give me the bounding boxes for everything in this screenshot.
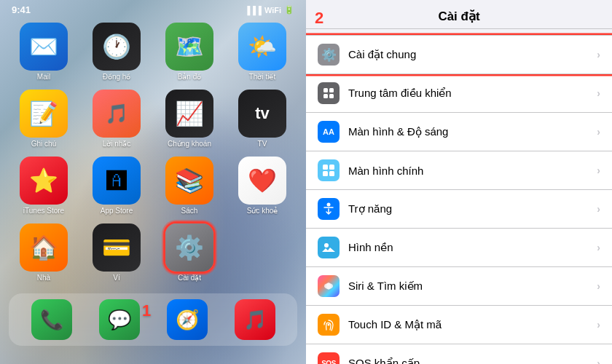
app-mail[interactable]: ✉️ Mail [12,23,76,81]
home-icon: 🏠 [20,223,68,272]
accessibility-icon [318,198,340,220]
general-chevron: › [597,49,600,60]
app-reminders[interactable]: 🎵 Lời nhắc [85,90,149,148]
itunes-icon: ⭐ [20,157,68,205]
display-label: Màn hình & Độ sáng [348,125,597,138]
svg-rect-1 [329,88,334,92]
weather-label: Thời tiết [249,73,275,81]
display-icon: AA [318,121,340,143]
sos-label: SOS khẩn cấp [348,357,597,364]
home-screen-icon [318,159,340,181]
sos-chevron: › [597,357,600,364]
status-icons: ▐▐▐ WiFi 🔋 [244,5,294,15]
battery-icon: 🔋 [284,5,294,15]
maps-label: Bản đồ [178,73,202,81]
app-weather[interactable]: 🌤️ Thời tiết [230,23,294,81]
wallpaper-label: Hình nền [348,241,597,254]
app-appstore[interactable]: 🅰 App Store [85,157,149,215]
music-icon: 🎵 [235,299,275,340]
clock-icon: 🕐 [93,23,141,71]
health-icon: ❤️ [238,157,286,205]
accessibility-chevron: › [597,203,600,215]
settings-panel: Cài đặt 2 ⚙️ Cài đặt chung › Trung tâm đ… [306,0,612,364]
weather-icon: 🌤️ [238,23,286,71]
touch-id-label: Touch ID & Mật mã [348,318,597,331]
status-time: 9:41 [12,4,31,15]
svg-point-12 [328,324,330,326]
dock-phone[interactable]: 📞 [31,299,72,340]
settings-general[interactable]: ⚙️ Cài đặt chung › [306,35,612,74]
tv-label: TV [258,140,267,148]
app-maps[interactable]: 🗺️ Bản đồ [157,23,221,81]
itunes-label: iTunes Store [23,207,64,215]
iphone-home-screen: 9:41 ▐▐▐ WiFi 🔋 ✉️ Mail 🕐 Đồng hồ 🗺️ Bản… [0,0,306,364]
dock: 📞 💬 🧭 🎵 [9,293,297,346]
svg-rect-4 [323,165,328,170]
app-grid: ✉️ Mail 🕐 Đồng hồ 🗺️ Bản đồ 🌤️ Thời tiết… [0,17,306,288]
maps-icon: 🗺️ [165,23,213,71]
svg-rect-2 [323,94,328,98]
app-books[interactable]: 📚 Sách [157,157,221,215]
settings-siri[interactable]: Siri & Tìm kiếm › [306,267,612,306]
wallet-icon: 💳 [93,223,141,272]
svg-rect-6 [323,171,328,176]
mail-label: Mail [37,73,50,81]
notes-icon: 📝 [20,90,68,138]
svg-rect-5 [329,165,334,170]
appstore-icon: 🅰 [93,157,141,205]
tv-icon: tv [238,90,286,138]
touch-id-icon [318,314,340,336]
svg-point-11 [326,282,331,290]
siri-chevron: › [597,280,600,292]
settings-wallpaper[interactable]: Hình nền › [306,229,612,267]
dock-music[interactable]: 🎵 [235,299,275,340]
app-tv[interactable]: tv TV [230,90,294,148]
wifi-icon: WiFi [264,6,281,15]
siri-label: Siri & Tìm kiếm [348,280,597,293]
stocks-icon: 📈 [165,90,213,138]
signal-icon: ▐▐▐ [244,6,261,15]
settings-icon: ⚙️ [165,223,213,272]
phone-icon: 📞 [31,299,72,340]
home-screen-chevron: › [597,165,600,176]
step2-label: 2 [315,9,323,28]
sos-icon: SOS [318,352,340,364]
mail-icon: ✉️ [20,23,68,71]
home-screen-label: Màn hình chính [348,165,597,177]
settings-list: ⚙️ Cài đặt chung › Trung tâm điều khiển … [306,29,612,364]
dock-messages[interactable]: 💬 [99,299,140,340]
control-center-chevron: › [597,87,600,99]
app-notes[interactable]: 📝 Ghi chú [12,90,76,148]
siri-icon [318,275,340,297]
settings-title: Cài đặt [438,9,479,23]
settings-display[interactable]: AA Màn hình & Độ sáng › [306,113,612,151]
dock-safari[interactable]: 🧭 [167,299,208,340]
settings-control-center[interactable]: Trung tâm điều khiển › [306,74,612,113]
books-label: Sách [181,207,198,215]
svg-point-9 [324,243,329,248]
app-clock[interactable]: 🕐 Đồng hồ [85,23,149,81]
settings-touch-id[interactable]: Touch ID & Mật mã › [306,306,612,344]
settings-sos[interactable]: SOS SOS khẩn cấp › [306,344,612,364]
wallet-label: Ví [113,274,119,282]
wallpaper-icon [318,237,340,258]
display-chevron: › [597,126,600,138]
health-label: Sức khoẻ [247,207,278,215]
app-stocks[interactable]: 📈 Chứng khoán [157,90,221,148]
app-itunes[interactable]: ⭐ iTunes Store [12,157,76,215]
app-health[interactable]: ❤️ Sức khoẻ [230,157,294,215]
svg-point-8 [327,203,331,207]
app-empty [230,223,294,282]
general-label: Cài đặt chung [348,48,597,61]
home-label: Nhà [37,274,50,282]
settings-accessibility[interactable]: Trợ năng › [306,190,612,229]
status-bar: 9:41 ▐▐▐ WiFi 🔋 [0,0,306,17]
stocks-label: Chứng khoán [168,140,211,148]
reminders-icon: 🎵 [93,90,141,138]
svg-rect-0 [323,88,328,92]
settings-home-screen[interactable]: Màn hình chính › [306,151,612,190]
app-settings[interactable]: ⚙️ Cài đặt [157,223,221,282]
app-wallet[interactable]: 💳 Ví [85,223,149,282]
safari-icon: 🧭 [167,299,208,340]
app-home[interactable]: 🏠 Nhà [12,223,76,282]
